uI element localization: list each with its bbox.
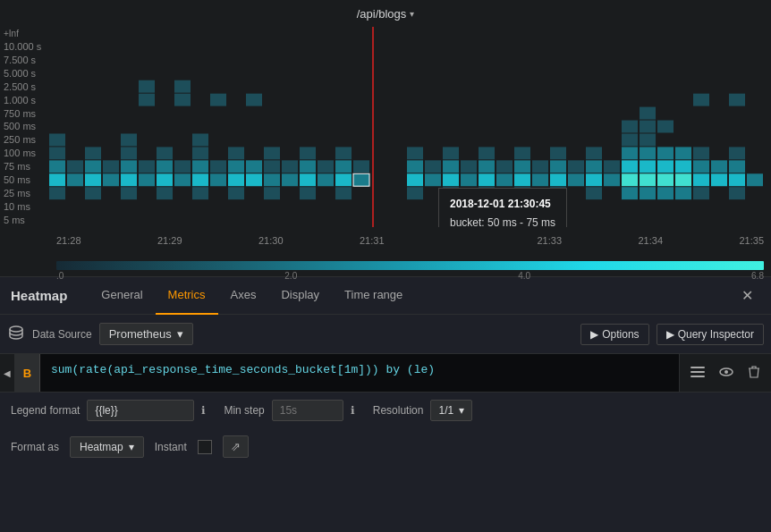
- svg-rect-35: [711, 173, 727, 186]
- tab-time-range[interactable]: Time range: [332, 277, 415, 315]
- svg-rect-50: [264, 160, 280, 173]
- svg-rect-34: [693, 173, 709, 186]
- svg-rect-14: [300, 173, 316, 186]
- options-button[interactable]: ▶ Options: [580, 324, 648, 345]
- svg-rect-112: [640, 187, 656, 199]
- svg-rect-65: [568, 160, 584, 173]
- svg-rect-24: [514, 173, 530, 186]
- legend-format-label: Legend format: [11, 404, 80, 417]
- svg-rect-43: [139, 160, 155, 173]
- svg-rect-63: [532, 160, 548, 173]
- svg-rect-3: [103, 173, 119, 186]
- svg-rect-46: [192, 160, 208, 173]
- svg-rect-17: [353, 173, 369, 186]
- svg-rect-133: [174, 80, 191, 93]
- y-label: 10 ms: [4, 201, 46, 212]
- y-label: 10.000 s: [4, 41, 46, 52]
- eye-button[interactable]: [716, 361, 737, 385]
- legend-format-input[interactable]: [87, 400, 194, 421]
- svg-rect-80: [228, 147, 244, 159]
- svg-rect-67: [604, 160, 620, 173]
- svg-rect-11: [246, 173, 262, 186]
- format-select[interactable]: Heatmap ▾: [70, 436, 144, 458]
- svg-rect-108: [514, 187, 530, 199]
- hamburger-button[interactable]: [687, 361, 708, 385]
- svg-rect-13: [282, 173, 298, 186]
- svg-point-135: [10, 326, 22, 332]
- svg-rect-7: [174, 173, 191, 186]
- svg-rect-89: [586, 147, 602, 159]
- svg-rect-113: [657, 187, 674, 199]
- chart-container: /api/blogs ▾ +Inf 10.000 s 7.500 s 5.000…: [0, 0, 771, 277]
- svg-rect-120: [622, 133, 638, 146]
- chart-title[interactable]: /api/blogs ▾: [357, 7, 415, 21]
- tab-display[interactable]: Display: [268, 277, 332, 315]
- svg-rect-38: [49, 160, 65, 173]
- svg-rect-16: [335, 173, 352, 186]
- svg-rect-87: [514, 147, 530, 159]
- svg-rect-95: [729, 147, 745, 159]
- query-input[interactable]: [40, 354, 679, 392]
- legend-container: .0 2.0 4.0 6.8: [49, 261, 771, 272]
- svg-rect-70: [657, 160, 674, 173]
- svg-rect-74: [729, 160, 745, 173]
- svg-rect-77: [121, 147, 137, 159]
- instant-checkbox[interactable]: [198, 440, 212, 454]
- datasource-chevron: ▾: [177, 327, 183, 341]
- svg-rect-42: [121, 160, 137, 173]
- chart-title-text: /api/blogs: [357, 7, 407, 21]
- resolution-select[interactable]: 1/1 ▾: [430, 400, 472, 421]
- x-label: 21:33: [537, 235, 562, 246]
- datasource-select[interactable]: Prometheus ▾: [99, 323, 193, 345]
- query-inspector-button[interactable]: ▶ Query Inspector: [657, 324, 764, 345]
- svg-rect-75: [49, 147, 65, 159]
- y-label: 750 ms: [4, 108, 46, 119]
- resolution-group: Resolution 1/1 ▾: [373, 400, 472, 421]
- svg-rect-15: [318, 173, 334, 186]
- svg-rect-55: [353, 160, 369, 173]
- svg-rect-111: [622, 187, 638, 199]
- svg-rect-76: [85, 147, 101, 159]
- svg-rect-90: [622, 147, 638, 159]
- legend-val: 4.0: [518, 271, 530, 281]
- legend-info-icon[interactable]: ℹ: [201, 404, 206, 417]
- y-label: 100 ms: [4, 148, 46, 158]
- min-step-info-icon[interactable]: ℹ: [351, 404, 355, 417]
- chart-title-chevron: ▾: [410, 9, 414, 19]
- svg-rect-49: [246, 160, 262, 173]
- svg-rect-6: [157, 173, 173, 186]
- resolution-label: Resolution: [373, 404, 424, 417]
- tab-axes[interactable]: Axes: [218, 277, 269, 315]
- svg-rect-39: [67, 160, 83, 173]
- svg-rect-33: [675, 173, 691, 186]
- svg-rect-26: [550, 173, 566, 186]
- svg-rect-129: [246, 94, 262, 106]
- svg-rect-124: [657, 121, 674, 133]
- x-label: 21:30: [258, 235, 284, 246]
- svg-rect-115: [693, 187, 709, 199]
- svg-rect-137: [691, 371, 705, 373]
- svg-rect-114: [675, 187, 691, 199]
- tab-general[interactable]: General: [89, 277, 155, 315]
- svg-rect-32: [657, 173, 674, 186]
- x-label: 21:34: [638, 235, 663, 246]
- svg-rect-107: [479, 187, 495, 199]
- y-label: 7.500 s: [4, 55, 46, 65]
- x-axis: 21:28 21:29 21:30 21:31 21:33 21:34 21:3…: [49, 230, 771, 251]
- y-label: 75 ms: [4, 161, 46, 172]
- query-letter: B: [15, 354, 40, 392]
- close-button[interactable]: ✕: [734, 283, 760, 308]
- svg-rect-73: [711, 160, 727, 173]
- query-editor-row: ◀ B: [0, 354, 771, 393]
- min-step-label: Min step: [224, 404, 264, 417]
- external-link-button[interactable]: ⇗: [223, 435, 249, 458]
- query-collapse-button[interactable]: ◀: [0, 354, 15, 392]
- trash-button[interactable]: [744, 361, 764, 385]
- format-chevron: ▾: [129, 441, 134, 453]
- svg-rect-85: [443, 147, 459, 159]
- svg-rect-99: [157, 187, 173, 199]
- svg-rect-78: [157, 147, 173, 159]
- min-step-input[interactable]: [272, 400, 343, 421]
- tab-metrics[interactable]: Metrics: [156, 277, 218, 315]
- svg-rect-0: [49, 173, 65, 186]
